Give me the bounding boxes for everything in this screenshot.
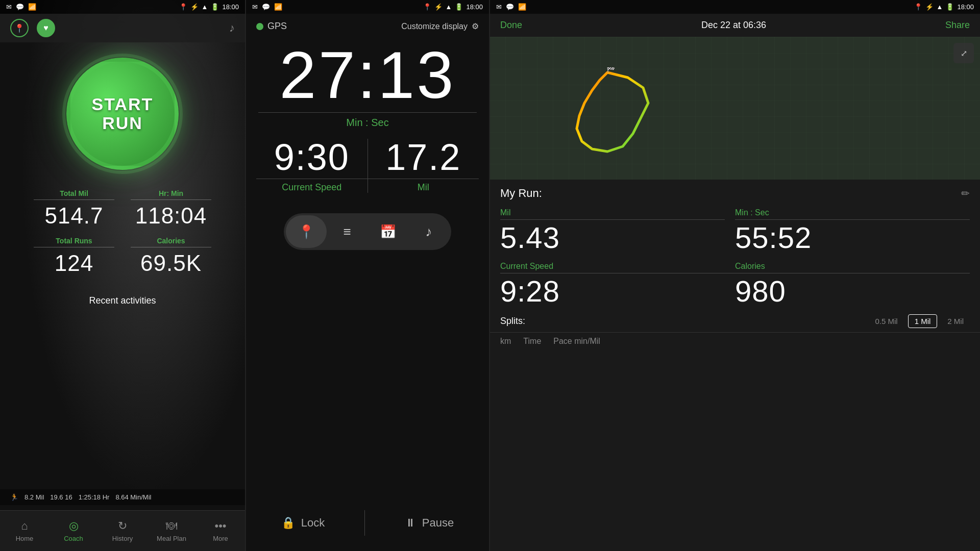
envelope-icon: ✉ (6, 3, 12, 11)
lock-button[interactable]: 🔒 Lock (281, 516, 325, 530)
lock-icon: 🔒 (281, 516, 295, 530)
run-time-display: 18:00 (466, 3, 483, 11)
detail-stat-time: Min : Sec 55:52 (735, 204, 970, 257)
stat-total-mil-value: 514.7 (34, 203, 114, 229)
split-option-0.5[interactable]: 0.5 Mil (869, 315, 903, 328)
run-icon: 🏃 (10, 493, 18, 501)
detail-battery-icon: 🔋 (946, 3, 954, 11)
stat-total-mil: Total Mil 514.7 (26, 185, 122, 233)
detail-signal-icon: 📶 (518, 3, 526, 11)
location-status-icon: 📍 (179, 3, 187, 11)
done-button[interactable]: Done (500, 20, 522, 31)
split-option-1[interactable]: 1 Mil (908, 314, 938, 328)
home-content: STARTRUN Total Mil 514.7 Hr: Min 118:04 … (0, 42, 245, 311)
unit-km[interactable]: km (500, 337, 511, 346)
run-msg-icon: 💬 (262, 3, 270, 11)
expand-icon: ⤢ (961, 48, 967, 58)
customize-display-btn[interactable]: Customize display ⚙ (401, 21, 479, 31)
detail-envelope-icon: ✉ (496, 3, 502, 11)
run-calendar-btn[interactable]: 📅 (368, 215, 408, 248)
stat-calories: Calories 69.5K (122, 233, 219, 280)
run-stats-btn[interactable]: ≡ (327, 215, 368, 248)
gps-dot (256, 23, 263, 30)
heart-icon-btn[interactable]: ♥ (37, 19, 55, 37)
run-signal-icon: 📶 (274, 3, 282, 11)
music-icon-btn[interactable]: ♪ (229, 21, 235, 35)
recent-duration: 1:25:18 Hr (79, 493, 110, 501)
detail-time-label: Min : Sec (735, 208, 970, 217)
detail-status-left: ✉ 💬 📶 (496, 3, 526, 11)
action-divider (364, 510, 365, 536)
stat-hr-min-value: 118:04 (131, 203, 211, 229)
stat-total-mil-label: Total Mil (34, 189, 114, 197)
unit-pace[interactable]: Pace min/Mil (553, 337, 600, 346)
route-svg: 🏁 (551, 67, 664, 159)
detail-stats-grid-2: Current Speed 9:28 Calories 980 (490, 262, 980, 306)
map-area: 🏁 ⤢ (490, 37, 980, 180)
detail-stat-speed: Current Speed 9:28 (500, 262, 735, 306)
stats-grid: Total Mil 514.7 Hr: Min 118:04 Total Run… (26, 185, 219, 280)
splits-bar: Splits: 0.5 Mil 1 Mil 2 Mil (490, 306, 980, 332)
stat-total-runs-label: Total Runs (34, 237, 114, 245)
nav-meal-plan[interactable]: 🍽 Meal Plan (147, 511, 196, 551)
detail-stat-cal: Calories 980 (735, 262, 970, 306)
detail-location-icon: 📍 (914, 3, 922, 11)
run-envelope-icon: ✉ (252, 3, 258, 11)
start-run-button[interactable]: STARTRUN (66, 58, 179, 170)
recent-pace: 8.64 Min/Mil (115, 493, 151, 501)
history-nav-label: History (112, 535, 133, 542)
nav-coach[interactable]: ◎ Coach (49, 511, 98, 551)
stat-hr-min: Hr: Min 118:04 (122, 185, 219, 233)
detail-stat-mil: Mil 5.43 (500, 204, 735, 257)
start-run-label: STARTRUN (92, 95, 154, 133)
detail-speed-label: Current Speed (500, 262, 735, 271)
run-sub-stats: 9:30 Current Speed 17.2 Mil (246, 134, 489, 198)
nav-history[interactable]: ↻ History (98, 511, 147, 551)
run-status-left: ✉ 💬 📶 (252, 3, 282, 11)
time-display-home: 18:00 (222, 3, 239, 11)
run-main-timer: 27:13 Min : Sec (246, 37, 489, 134)
stat-hr-min-label: Hr: Min (131, 189, 211, 197)
bluetooth-icon: ⚡ (190, 3, 199, 11)
run-battery-icon: 🔋 (455, 3, 463, 11)
lock-label: Lock (301, 516, 325, 530)
panel-run: ✉ 💬 📶 📍 ⚡ ▲ 🔋 18:00 GPS Customize displa… (245, 0, 490, 551)
history-nav-icon: ↻ (118, 519, 127, 533)
status-bar-detail: ✉ 💬 📶 📍 ⚡ ▲ 🔋 18:00 (490, 0, 980, 14)
run-location-icon: 📍 (423, 3, 431, 11)
nav-home[interactable]: ⌂ Home (0, 511, 49, 551)
run-location-btn[interactable]: 📍 (286, 215, 327, 248)
splits-options: 0.5 Mil 1 Mil 2 Mil (869, 314, 970, 328)
split-option-2[interactable]: 2 Mil (941, 315, 970, 328)
share-button[interactable]: Share (945, 20, 970, 31)
detail-speed-value: 9:28 (500, 277, 735, 306)
detail-top-bar: Done Dec 22 at 06:36 Share (490, 14, 980, 37)
run-icons-bar: 📍 ≡ 📅 ♪ (256, 213, 479, 250)
run-action-bar: 🔒 Lock ⏸ Pause (246, 500, 489, 551)
my-run-header: My Run: ✏ (490, 180, 980, 204)
run-date: Dec 22 at 06:36 (701, 20, 766, 31)
run-distance-stat: 17.2 Mil (368, 139, 479, 193)
recent-activity-row[interactable]: 🏃 8.2 Mil 19.6 16 1:25:18 Hr 8.64 Min/Mi… (0, 489, 245, 505)
location-icon-btn[interactable]: 📍 (10, 19, 29, 37)
top-bar-home: 📍 ♥ ♪ (0, 14, 245, 42)
pause-button[interactable]: ⏸ Pause (405, 516, 454, 530)
edit-button[interactable]: ✏ (961, 187, 970, 199)
run-music-btn[interactable]: ♪ (408, 215, 449, 248)
meal-nav-label: Meal Plan (157, 535, 186, 542)
panel-detail: ✉ 💬 📶 📍 ⚡ ▲ 🔋 18:00 Done Dec 22 at 06:36… (490, 0, 980, 551)
pause-icon: ⏸ (405, 516, 416, 530)
customize-label: Customize display (401, 22, 468, 31)
expand-map-button[interactable]: ⤢ (953, 43, 974, 63)
status-bar-run: ✉ 💬 📶 📍 ⚡ ▲ 🔋 18:00 (246, 0, 489, 14)
status-icons-left: ✉ 💬 📶 (6, 3, 36, 11)
unit-time[interactable]: Time (523, 337, 541, 346)
battery-icon: 🔋 (211, 3, 219, 11)
meal-nav-icon: 🍽 (166, 519, 177, 533)
detail-stats-grid: Mil 5.43 Min : Sec 55:52 (490, 204, 980, 257)
nav-more[interactable]: ••• More (196, 511, 245, 551)
recent-time: 19.6 16 (50, 493, 72, 501)
run-distance-unit: Mil (368, 182, 479, 193)
svg-text:🏁: 🏁 (606, 67, 616, 73)
wifi-icon: ▲ (202, 3, 208, 11)
